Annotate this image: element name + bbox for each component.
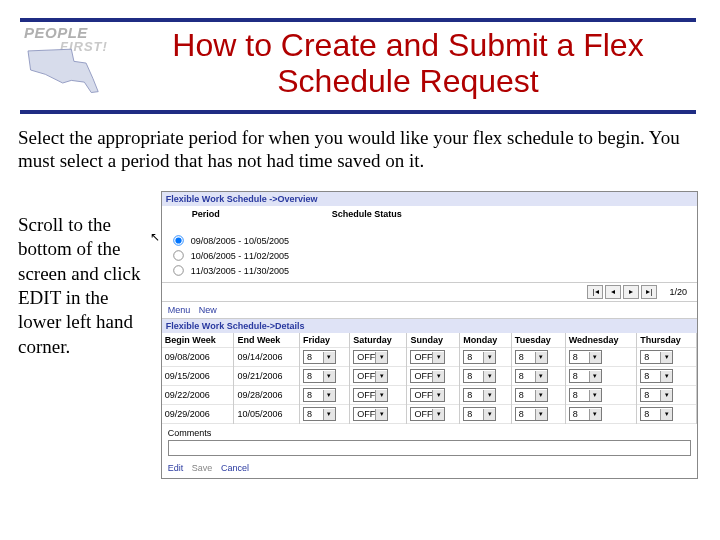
begin-week: 09/29/2006 [162,405,234,424]
hours-select[interactable]: 8▾ [640,350,673,364]
hours-select[interactable]: 8▾ [569,388,602,402]
day-cell: OFF▾ [350,367,407,386]
day-cell: OFF▾ [350,405,407,424]
day-cell: 8▾ [637,348,697,367]
hours-value: 8 [644,371,660,381]
hours-select[interactable]: OFF▾ [410,369,445,383]
hours-select[interactable]: OFF▾ [353,388,388,402]
day-cell: 8▾ [460,386,512,405]
table-header-row: Begin Week End Week Friday Saturday Sund… [162,333,697,348]
hours-select[interactable]: 8▾ [303,369,336,383]
hours-value: OFF [414,409,432,419]
menu-link[interactable]: Menu [168,305,191,315]
hours-select[interactable]: 8▾ [515,407,548,421]
table-row: 09/15/200609/21/20068▾OFF▾OFF▾8▾8▾8▾8▾ [162,367,697,386]
hours-value: 8 [307,371,323,381]
day-cell: 8▾ [511,405,565,424]
body-row: Scroll to the bottom of the screen and c… [18,187,698,479]
chevron-down-icon: ▾ [660,352,672,363]
day-cell: 8▾ [637,386,697,405]
day-cell: 8▾ [299,386,349,405]
hours-select[interactable]: OFF▾ [410,407,445,421]
hours-select[interactable]: 8▾ [463,369,496,383]
footer-links: Edit Save Cancel [162,460,697,478]
hours-select[interactable]: 8▾ [463,350,496,364]
hours-select[interactable]: 8▾ [515,388,548,402]
period-radio[interactable] [173,235,183,245]
hours-value: 8 [644,409,660,419]
hours-select[interactable]: 8▾ [303,388,336,402]
day-cell: 8▾ [460,348,512,367]
hours-select[interactable]: OFF▾ [353,407,388,421]
hours-select[interactable]: 8▾ [515,350,548,364]
end-week: 09/14/2006 [234,348,299,367]
hours-select[interactable]: OFF▾ [410,350,445,364]
period-radio[interactable] [173,250,183,260]
period-row[interactable]: 11/03/2005 - 11/30/2005 [172,263,693,278]
day-cell: 8▾ [460,405,512,424]
hours-select[interactable]: 8▾ [463,407,496,421]
hours-select[interactable]: 8▾ [303,350,336,364]
hours-select[interactable]: 8▾ [515,369,548,383]
day-cell: 8▾ [565,405,637,424]
cancel-link[interactable]: Cancel [221,463,249,473]
day-cell: OFF▾ [350,348,407,367]
hours-value: 8 [644,352,660,362]
period-row[interactable]: 10/06/2005 - 11/02/2005 [172,248,693,263]
chevron-down-icon: ▾ [660,371,672,382]
day-cell: 8▾ [637,405,697,424]
hours-value: 8 [519,371,535,381]
hours-select[interactable]: 8▾ [640,388,673,402]
chevron-down-icon: ▾ [323,352,335,363]
pager-last-button[interactable]: ▸| [641,285,657,299]
hours-value: 8 [467,371,483,381]
pager-first-button[interactable]: |◂ [587,285,603,299]
hours-select[interactable]: 8▾ [640,369,673,383]
pager-prev-button[interactable]: ◂ [605,285,621,299]
chevron-down-icon: ▾ [483,390,495,401]
col-thursday: Thursday [637,333,697,348]
hours-value: 8 [307,409,323,419]
pager: |◂ ◂ ▸ ▸| 1/20 [162,282,697,301]
chevron-down-icon: ▾ [535,371,547,382]
chevron-down-icon: ▾ [375,409,387,420]
day-cell: OFF▾ [350,386,407,405]
hours-select[interactable]: 8▾ [640,407,673,421]
new-link[interactable]: New [199,305,217,315]
period-label: 09/08/2005 - 10/05/2005 [191,236,289,246]
chevron-down-icon: ▾ [660,409,672,420]
period-radio[interactable] [173,265,183,275]
col-sunday: Sunday [407,333,460,348]
day-cell: 8▾ [565,348,637,367]
hours-value: 8 [644,390,660,400]
period-row[interactable]: 09/08/2005 - 10/05/2005 [172,233,693,248]
hours-select[interactable]: 8▾ [569,350,602,364]
comments-input[interactable] [168,440,691,456]
hours-select[interactable]: OFF▾ [410,388,445,402]
hours-value: 8 [573,390,589,400]
hours-value: 8 [467,409,483,419]
period-label: 11/03/2005 - 11/30/2005 [191,266,289,276]
col-begin-week: Begin Week [162,333,234,348]
hours-value: 8 [519,409,535,419]
hours-select[interactable]: 8▾ [569,369,602,383]
hours-select[interactable]: OFF▾ [353,369,388,383]
pager-next-button[interactable]: ▸ [623,285,639,299]
edit-link[interactable]: Edit [168,463,184,473]
hours-select[interactable]: 8▾ [569,407,602,421]
hours-value: 8 [467,352,483,362]
hours-select[interactable]: OFF▾ [353,350,388,364]
pager-page: 1/20 [665,287,691,297]
chevron-down-icon: ▾ [375,390,387,401]
hours-select[interactable]: 8▾ [463,388,496,402]
hours-select[interactable]: 8▾ [303,407,336,421]
chevron-down-icon: ▾ [375,371,387,382]
hours-value: 8 [519,352,535,362]
begin-week: 09/22/2006 [162,386,234,405]
chevron-down-icon: ▾ [589,371,601,382]
day-cell: 8▾ [299,405,349,424]
col-status: Schedule Status [332,209,693,219]
day-cell: OFF▾ [407,405,460,424]
overview-columns: Period Schedule Status [162,206,697,221]
bottom-rule [20,110,696,114]
